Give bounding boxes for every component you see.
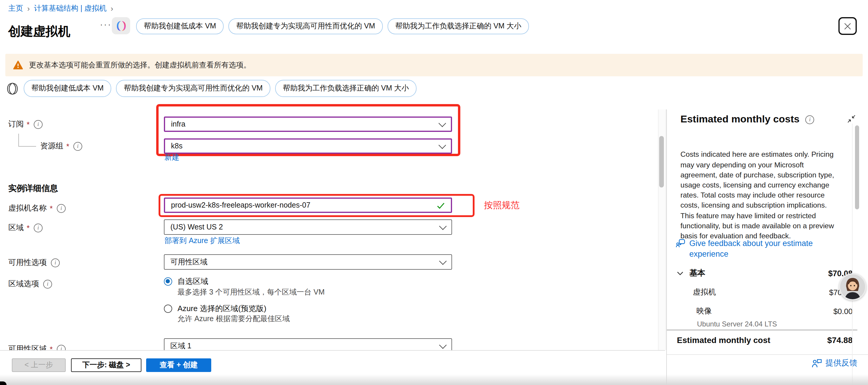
tree-connector xyxy=(18,146,36,147)
subscription-dropdown[interactable]: infra xyxy=(164,117,452,132)
total-cost-row: Estimated monthly cost $74.88 xyxy=(677,335,852,345)
chevron-down-icon xyxy=(438,119,446,127)
close-blade-button[interactable] xyxy=(838,17,857,35)
review-create-button[interactable]: 查看 + 创建 xyxy=(146,358,211,372)
costs-disclaimer-text: Costs indicated here are estimates only.… xyxy=(680,150,838,242)
warning-banner: 更改基本选项可能会重置所做的选择。创建虚拟机前查看所有选项。 xyxy=(5,54,863,76)
deploy-extended-zones-link[interactable]: 部署到 Azure 扩展区域 xyxy=(164,236,240,246)
region-label: 区域 * i xyxy=(8,220,42,235)
cost-item-name: 虚拟机 xyxy=(693,287,716,297)
info-icon[interactable]: i xyxy=(57,345,66,350)
copilot-outline-icon xyxy=(6,82,19,95)
chevron-down-icon xyxy=(439,222,446,229)
info-icon[interactable]: i xyxy=(57,204,66,213)
vm-name-value: prod-usw2-k8s-freeleaps-worker-nodes-07 xyxy=(171,201,310,210)
radio-self-selected-zone-desc: 最多选择 3 个可用性区域，每个区域一台 VM xyxy=(178,287,324,297)
estimate-feedback-link-text: Give feedback about your estimate experi… xyxy=(689,238,838,259)
costs-panel-header: Estimated monthly costs i xyxy=(680,114,814,125)
collapse-icon xyxy=(847,115,856,123)
breadcrumb-virtual-machines[interactable]: 计算基础结构 | 虚拟机 xyxy=(34,4,106,13)
zone-options-label: 区域选项 i xyxy=(8,276,52,292)
footer-divider xyxy=(0,350,665,351)
suggestion-high-availability-vm-button[interactable]: 帮助我创建专为实现高可用性而优化的 VM xyxy=(228,18,382,34)
main-scrollbar-thumb[interactable] xyxy=(659,136,664,188)
panel-divider-faint xyxy=(667,354,868,355)
tree-connector xyxy=(18,134,19,146)
info-icon[interactable]: i xyxy=(43,280,52,288)
info-icon[interactable]: i xyxy=(73,142,82,151)
total-cost-label: Estimated monthly cost xyxy=(677,335,770,345)
required-mark: * xyxy=(66,142,69,151)
info-icon[interactable]: i xyxy=(805,115,814,124)
region-value: (US) West US 2 xyxy=(170,223,223,231)
cost-item-row: 映像 $0.00 xyxy=(696,306,852,316)
collapse-panel-button[interactable] xyxy=(847,115,856,125)
availability-zone-dropdown[interactable]: 区域 1 xyxy=(164,338,452,350)
chevron-down-icon xyxy=(438,141,446,149)
required-mark: * xyxy=(50,345,53,350)
create-vm-blade: 主页 › 计算基础结构 | 虚拟机 › 创建虚拟机 ··· 帮助我创建低成本 V… xyxy=(0,0,868,385)
breadcrumb: 主页 › 计算基础结构 | 虚拟机 › xyxy=(8,4,113,13)
availability-options-value: 可用性区域 xyxy=(170,257,207,267)
more-menu-button[interactable]: ··· xyxy=(100,20,112,29)
cost-item-subtext: Ubuntu Server 24.04 LTS xyxy=(697,320,777,328)
breadcrumb-separator: › xyxy=(27,4,30,13)
radio-azure-selected-zone[interactable]: Azure 选择的区域(预览版) xyxy=(164,303,266,314)
close-icon xyxy=(843,22,852,30)
cost-item-row: 虚拟机 $70.08 xyxy=(693,287,852,297)
window-corner-artifact xyxy=(0,381,6,385)
estimated-costs-panel: Estimated monthly costs i Costs indicate… xyxy=(667,109,868,385)
suggestion-right-vm-size-button[interactable]: 帮助我为工作负载选择正确的 VM 大小 xyxy=(388,18,529,34)
suggestion-right-vm-size-button[interactable]: 帮助我为工作负载选择正确的 VM 大小 xyxy=(275,80,416,97)
vm-name-label: 虚拟机名称 * i xyxy=(8,200,66,216)
panel-divider-strong xyxy=(667,329,857,330)
region-dropdown[interactable]: (US) West US 2 xyxy=(164,219,452,235)
annotation-text: 按照规范 xyxy=(484,200,520,211)
cost-group-name: 基本 xyxy=(689,268,705,279)
radio-self-selected-zone[interactable]: 自选区域 xyxy=(164,276,208,287)
copilot-icon[interactable] xyxy=(112,17,130,34)
copilot-logo-icon xyxy=(115,20,127,32)
vm-name-input[interactable]: prod-usw2-k8s-freeleaps-worker-nodes-07 xyxy=(164,197,452,213)
next-step-disks-button[interactable]: 下一步: 磁盘 > xyxy=(71,358,142,372)
availability-zone-value: 区域 1 xyxy=(170,341,191,350)
panel-scrollbar-track[interactable] xyxy=(852,124,852,385)
panel-scrollbar-thumb[interactable] xyxy=(855,125,859,210)
chevron-down-icon xyxy=(439,257,446,264)
avatar[interactable] xyxy=(839,273,866,300)
availability-options-dropdown[interactable]: 可用性区域 xyxy=(164,254,452,270)
radio-azure-selected-zone-desc: 允许 Azure 根据需要分配最佳区域 xyxy=(178,314,290,324)
suggestion-low-cost-vm-button[interactable]: 帮助我创建低成本 VM xyxy=(24,80,111,97)
radio-unselected-icon[interactable] xyxy=(164,304,172,313)
copilot-suggestions-inline: 帮助我创建低成本 VM 帮助我创建专为实现高可用性而优化的 VM 帮助我为工作负… xyxy=(6,80,416,97)
subscription-value: infra xyxy=(171,120,185,128)
resource-group-label: 资源组 * i xyxy=(40,138,82,154)
subscription-label: 订阅 * i xyxy=(8,117,42,132)
required-mark: * xyxy=(50,204,53,213)
copilot-suggestions-top: 帮助我创建低成本 VM 帮助我创建专为实现高可用性而优化的 VM 帮助我为工作负… xyxy=(136,18,529,34)
availability-options-label: 可用性选项 i xyxy=(8,255,60,270)
instance-details-heading: 实例详细信息 xyxy=(8,183,58,194)
previous-step-button[interactable]: < 上一步 xyxy=(12,358,66,372)
provide-feedback-link[interactable]: 提供反馈 xyxy=(812,358,857,368)
suggestion-high-availability-vm-button[interactable]: 帮助我创建专为实现高可用性而优化的 VM xyxy=(116,80,270,97)
costs-panel-title: Estimated monthly costs xyxy=(680,114,799,125)
cost-item-name: 映像 xyxy=(696,306,712,316)
create-new-resource-group-link[interactable]: 新建 xyxy=(164,153,179,163)
radio-selected-icon[interactable] xyxy=(164,277,172,286)
estimate-feedback-link[interactable]: Give feedback about your estimate experi… xyxy=(676,238,838,259)
cost-item-amount: $0.00 xyxy=(833,307,852,316)
total-cost-amount: $74.88 xyxy=(827,335,852,345)
resource-group-value: k8s xyxy=(171,142,183,150)
info-icon[interactable]: i xyxy=(34,120,42,129)
resource-group-dropdown[interactable]: k8s xyxy=(164,138,452,154)
basics-form: 订阅 * i infra 资源组 * i k8s 新建 实例详细信息 虚拟机名称… xyxy=(0,100,665,350)
suggestion-low-cost-vm-button[interactable]: 帮助我创建低成本 VM xyxy=(136,18,224,34)
info-icon[interactable]: i xyxy=(51,258,60,267)
chevron-down-icon xyxy=(439,341,446,348)
cost-group-row[interactable]: 基本 $70.08 xyxy=(677,268,852,279)
feedback-chat-icon xyxy=(676,238,686,248)
avatar-image xyxy=(840,275,865,299)
info-icon[interactable]: i xyxy=(34,223,42,232)
breadcrumb-home[interactable]: 主页 xyxy=(8,4,23,13)
